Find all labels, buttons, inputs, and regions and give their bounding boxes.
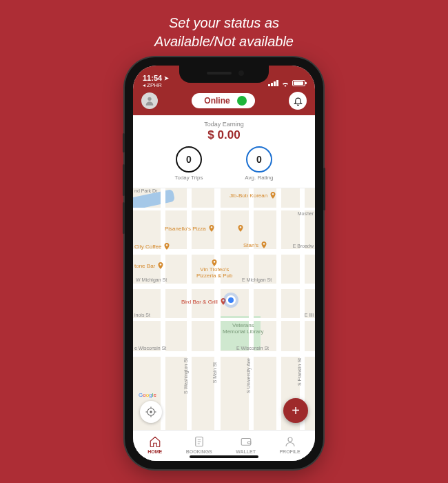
road-label: E Broadw: [293, 244, 314, 248]
today-trips-label: Today Trips: [174, 175, 203, 181]
device-notch: [179, 66, 269, 83]
home-icon: [149, 435, 161, 448]
nav-bookings[interactable]: BOOKINGS: [186, 435, 212, 454]
profile-icon: [284, 435, 296, 448]
map-view[interactable]: nd Park Dr Mosher E Broadw W Michigan St…: [133, 188, 315, 430]
road-label: S Main St: [212, 362, 217, 383]
map-poi[interactable]: VeteransMemorial Library: [223, 322, 264, 335]
home-indicator[interactable]: [190, 455, 258, 458]
road-label: W Michigan St: [136, 277, 167, 282]
road-label: E Michigan St: [242, 277, 272, 282]
avg-rating-value: 0: [246, 146, 272, 172]
map-poi[interactable]: Bird Bar & Grill: [181, 297, 227, 306]
battery-icon: [292, 80, 305, 86]
google-attribution: Google: [139, 392, 156, 398]
profile-avatar[interactable]: [141, 92, 158, 109]
map-poi[interactable]: Jib-Bob Korean: [230, 191, 277, 199]
svg-point-2: [150, 411, 152, 413]
road-label: e Wisconsin St: [134, 346, 166, 351]
map-poi[interactable]: Vin Trofeo'sPizzeria & Pub: [196, 259, 232, 279]
earnings-card: Today Earning $ 0.00 0 Today Trips 0 Avg…: [133, 115, 315, 188]
road-label: S Washington St: [183, 358, 188, 394]
plus-icon: +: [292, 403, 300, 419]
notifications-button[interactable]: [289, 92, 307, 110]
app-header: Online: [133, 89, 315, 115]
svg-point-0: [147, 97, 151, 101]
wallet-icon: [240, 435, 252, 448]
nav-home[interactable]: HOME: [147, 435, 162, 454]
bookings-icon: [193, 435, 205, 448]
map-poi[interactable]: Pisanello's Pizza: [165, 224, 216, 233]
promo-line-1: Set your status as: [0, 14, 448, 32]
recenter-button[interactable]: [140, 401, 162, 423]
promo-line-2: Available/Not available: [0, 32, 448, 51]
road-label: E Illi: [305, 313, 314, 317]
availability-toggle[interactable]: Online: [192, 93, 255, 108]
availability-label: Online: [204, 96, 230, 106]
today-trips-stat[interactable]: 0 Today Trips: [174, 146, 203, 181]
road-label: Mosher: [298, 211, 314, 216]
map-poi[interactable]: Stan's: [243, 241, 268, 249]
wifi-icon: [281, 80, 289, 86]
road-label: E Wisconsin St: [236, 346, 269, 351]
road-label: S University Ave: [246, 358, 251, 393]
nav-profile[interactable]: PROFILE: [279, 435, 300, 454]
avg-rating-stat[interactable]: 0 Avg. Rating: [245, 146, 273, 181]
screen: 11:54 ➤ ◂ ZPHR Online Today Earning: [133, 66, 315, 461]
phone-frame: 11:54 ➤ ◂ ZPHR Online Today Earning: [125, 57, 323, 469]
online-indicator-icon: [237, 96, 247, 106]
road-label: nd Park Dr: [134, 188, 157, 193]
promo-caption: Set your status as Available/Not availab…: [0, 14, 448, 51]
today-trips-value: 0: [176, 146, 202, 172]
map-poi-pin[interactable]: [236, 224, 245, 233]
back-to-app[interactable]: ◂ ZPHR: [143, 83, 169, 88]
earnings-label: Today Earning: [141, 121, 307, 128]
svg-point-12: [288, 437, 292, 442]
map-poi[interactable]: City Coffee: [134, 242, 171, 250]
add-fab-button[interactable]: +: [283, 398, 308, 423]
cellular-signal-icon: [268, 80, 278, 86]
map-poi[interactable]: tone Bar: [134, 262, 165, 270]
road-label: S Franklin St: [297, 358, 302, 386]
road-label: inois St: [134, 313, 150, 317]
nav-wallet[interactable]: WALLET: [236, 435, 256, 454]
earnings-amount: $ 0.00: [141, 128, 307, 142]
status-time: 11:54 ➤: [143, 75, 169, 82]
current-location-icon: [226, 295, 236, 305]
avg-rating-label: Avg. Rating: [245, 175, 273, 181]
